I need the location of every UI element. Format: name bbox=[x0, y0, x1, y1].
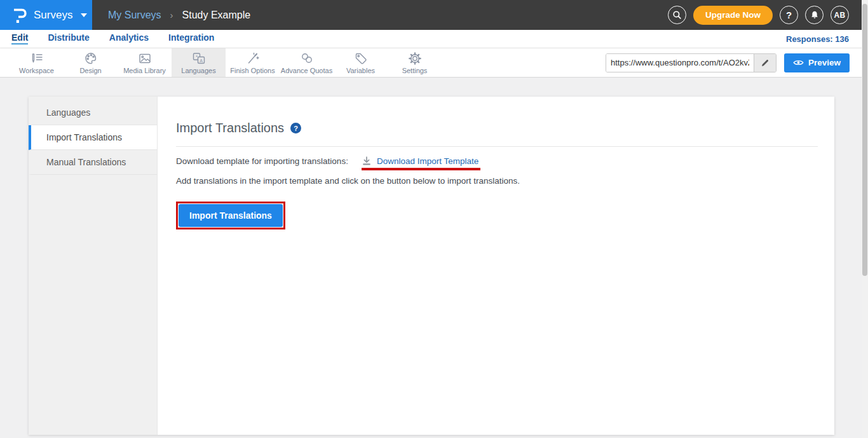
edit-toolbar: Workspace Design Media Library *A Langua… bbox=[0, 48, 868, 78]
sidebar-item-import-translations[interactable]: Import Translations bbox=[29, 125, 157, 150]
tool-tab-design[interactable]: Design bbox=[64, 48, 118, 77]
search-button[interactable] bbox=[668, 6, 686, 24]
edit-url-button[interactable] bbox=[754, 54, 776, 72]
question-mark-icon: ? bbox=[294, 125, 298, 132]
divider bbox=[176, 146, 818, 147]
tab-distribute[interactable]: Distribute bbox=[48, 33, 89, 44]
breadcrumb: My Surveys › Study Example bbox=[108, 10, 250, 21]
pencil-icon bbox=[761, 58, 770, 67]
scrollbar-thumb[interactable] bbox=[862, 4, 867, 276]
download-template-row: Download template for importing translat… bbox=[176, 156, 818, 166]
tag-icon bbox=[354, 51, 368, 65]
toolbar-right: Preview bbox=[606, 48, 868, 77]
avatar[interactable]: AB bbox=[831, 6, 849, 24]
search-icon bbox=[672, 10, 682, 20]
tab-analytics[interactable]: Analytics bbox=[109, 33, 149, 44]
breadcrumb-my-surveys[interactable]: My Surveys bbox=[108, 10, 161, 21]
tool-tab-variables[interactable]: Variables bbox=[334, 48, 388, 77]
tool-tab-media-library[interactable]: Media Library bbox=[118, 48, 172, 77]
responses-count[interactable]: Responses: 136 bbox=[786, 34, 849, 44]
languages-sidebar: Languages Import Translations Manual Tra… bbox=[29, 97, 158, 435]
preview-label: Preview bbox=[808, 58, 841, 67]
survey-url-group bbox=[606, 53, 776, 72]
question-mark-icon: ? bbox=[786, 10, 792, 20]
tab-integration[interactable]: Integration bbox=[168, 33, 214, 44]
import-translations-content: Import Translations ? Download template … bbox=[158, 97, 834, 435]
tab-edit[interactable]: Edit bbox=[11, 33, 28, 44]
topbar: Surveys My Surveys › Study Example Upgra… bbox=[0, 0, 868, 30]
chevron-down-icon bbox=[81, 13, 87, 17]
download-icon bbox=[362, 156, 372, 166]
sidebar-item-manual-translations[interactable]: Manual Translations bbox=[29, 150, 157, 175]
questionpro-logo-icon bbox=[12, 7, 27, 24]
eye-icon bbox=[793, 59, 804, 66]
import-translations-button[interactable]: Import Translations bbox=[179, 204, 283, 227]
bell-icon bbox=[810, 10, 819, 20]
notifications-button[interactable] bbox=[805, 6, 824, 24]
instruction-text: Add translations in the import template … bbox=[176, 176, 818, 186]
svg-text:A: A bbox=[200, 58, 203, 62]
upgrade-now-button[interactable]: Upgrade Now bbox=[693, 6, 773, 25]
import-button-annotation: Import Translations bbox=[176, 202, 285, 229]
help-button[interactable]: ? bbox=[780, 6, 798, 24]
product-name: Surveys bbox=[34, 9, 72, 22]
download-template-label: Download template for importing translat… bbox=[176, 156, 348, 166]
workspace-icon bbox=[30, 51, 44, 65]
product-switcher[interactable]: Surveys bbox=[0, 0, 92, 30]
image-icon bbox=[138, 51, 152, 65]
avatar-initials: AB bbox=[834, 11, 846, 20]
download-link-annotated[interactable]: Download Import Template bbox=[362, 156, 478, 166]
gear-icon bbox=[408, 51, 422, 65]
svg-text:*: * bbox=[195, 53, 197, 59]
page-scrollbar[interactable] bbox=[862, 0, 868, 438]
tool-tab-settings[interactable]: Settings bbox=[388, 48, 442, 77]
palette-icon bbox=[84, 51, 98, 65]
topbar-actions: Upgrade Now ? AB bbox=[668, 6, 868, 25]
download-import-template-link[interactable]: Download Import Template bbox=[377, 156, 478, 166]
breadcrumb-current-survey: Study Example bbox=[182, 10, 251, 21]
section-help-button[interactable]: ? bbox=[290, 123, 301, 133]
breadcrumb-separator: › bbox=[170, 10, 173, 20]
preview-button[interactable]: Preview bbox=[784, 53, 850, 72]
main-area: Languages Import Translations Manual Tra… bbox=[0, 78, 868, 438]
tool-tab-languages[interactable]: *A Languages bbox=[172, 48, 226, 77]
chain-link-icon bbox=[300, 51, 314, 65]
survey-subnav: Edit Distribute Analytics Integration Re… bbox=[0, 30, 868, 48]
title-row: Import Translations ? bbox=[176, 121, 818, 135]
sidebar-item-languages[interactable]: Languages bbox=[29, 100, 157, 125]
tool-tab-advance-quotas[interactable]: Advance Quotas bbox=[280, 48, 334, 77]
tool-tab-workspace[interactable]: Workspace bbox=[10, 48, 64, 77]
magic-wand-icon bbox=[246, 51, 260, 65]
survey-url-input[interactable] bbox=[606, 54, 754, 72]
tool-tab-finish-options[interactable]: Finish Options bbox=[226, 48, 280, 77]
translate-icon: *A bbox=[192, 51, 206, 65]
languages-panel: Languages Import Translations Manual Tra… bbox=[29, 97, 834, 435]
page-title: Import Translations bbox=[176, 121, 284, 135]
